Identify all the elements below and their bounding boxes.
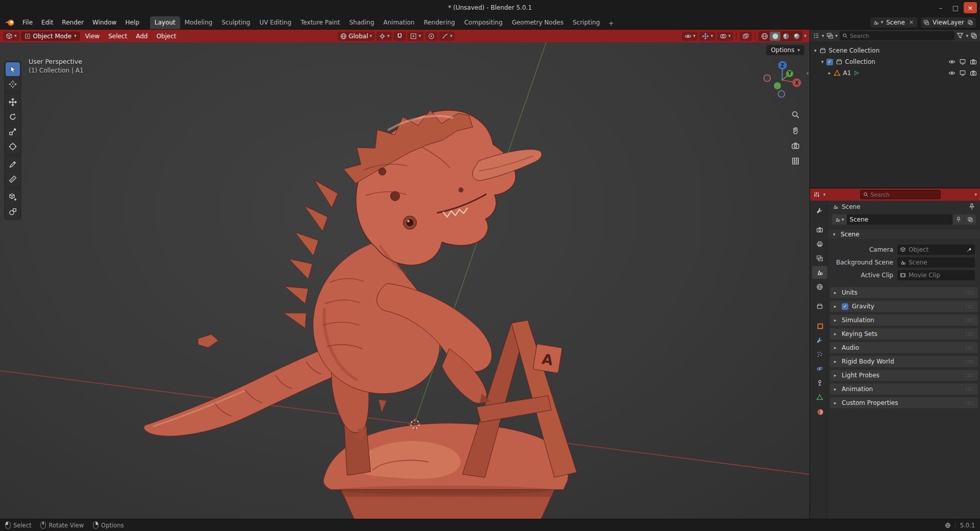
- navigation-gizmo[interactable]: Z Y X: [761, 57, 803, 100]
- maximize-button[interactable]: □: [949, 2, 962, 13]
- region-collapse-arrow[interactable]: ‹: [806, 69, 809, 77]
- tab-modeling[interactable]: Modeling: [180, 16, 217, 29]
- model-a1[interactable]: A: [144, 110, 577, 519]
- panel-drag-handle[interactable]: ∷∷: [966, 317, 974, 324]
- tab-uv-editing[interactable]: UV Editing: [255, 16, 296, 29]
- rotate-tool[interactable]: [6, 110, 20, 124]
- tab-constraints[interactable]: [812, 376, 827, 389]
- tab-animation[interactable]: Animation: [379, 16, 419, 29]
- eye-icon[interactable]: [948, 69, 955, 77]
- menu-help[interactable]: Help: [121, 17, 143, 28]
- tab-render[interactable]: [812, 223, 827, 236]
- xray-toggle[interactable]: [740, 32, 752, 41]
- transform-tool[interactable]: [6, 139, 20, 153]
- panel-animation[interactable]: ▸ Animation ∷∷: [829, 383, 978, 395]
- annotate-tool[interactable]: [6, 157, 20, 171]
- viewport-3d[interactable]: A: [0, 42, 810, 519]
- active-clip-field[interactable]: Movie Clip: [897, 270, 975, 280]
- chevron-down-icon[interactable]: ▾: [822, 34, 824, 38]
- expand-icon[interactable]: ▸: [828, 71, 831, 76]
- outliner-search[interactable]: [840, 31, 954, 40]
- gizmo-x-negative[interactable]: [764, 75, 771, 82]
- tab-geometry-nodes[interactable]: Geometry Nodes: [507, 16, 568, 29]
- proportional-edit-toggle[interactable]: [425, 32, 437, 41]
- menu-render[interactable]: Render: [58, 17, 88, 28]
- scene-selector[interactable]: ▾ Scene ×: [870, 17, 917, 28]
- editor-type-button[interactable]: ▾: [3, 32, 19, 41]
- proportional-falloff-dropdown[interactable]: ▾: [439, 32, 455, 41]
- outliner-row-a1[interactable]: ▸ A1: [810, 67, 980, 79]
- menu-view[interactable]: View: [82, 32, 103, 41]
- chevron-down-icon[interactable]: ▾: [836, 34, 838, 38]
- shading-wireframe-button[interactable]: [759, 32, 770, 41]
- panel-drag-handle[interactable]: ∷∷: [966, 400, 974, 406]
- outliner-row-collection[interactable]: ▾ ✓ Collection: [810, 56, 980, 67]
- monitor-icon[interactable]: [959, 58, 966, 65]
- scene-name-input[interactable]: [847, 214, 952, 225]
- properties-options-chevron[interactable]: ▾: [974, 192, 977, 197]
- tab-view-layer[interactable]: [812, 252, 827, 264]
- move-tool[interactable]: [6, 95, 20, 109]
- filter-funnel-icon[interactable]: [957, 32, 964, 39]
- snap-toggle[interactable]: [394, 32, 406, 41]
- outliner-editor-icon[interactable]: [813, 32, 820, 39]
- gravity-checkbox[interactable]: ✓: [842, 303, 848, 310]
- tab-texture-paint[interactable]: Texture Paint: [296, 16, 345, 29]
- gizmo-z-negative[interactable]: [778, 91, 785, 98]
- camera-icon[interactable]: [970, 58, 977, 65]
- tab-modifiers[interactable]: [812, 333, 827, 346]
- expand-icon[interactable]: ▾: [821, 60, 824, 64]
- menu-window[interactable]: Window: [88, 17, 120, 28]
- tab-object-data[interactable]: [812, 391, 827, 403]
- pin-icon[interactable]: [968, 203, 975, 210]
- outliner-row-scene-collection[interactable]: ▾ Scene Collection: [810, 45, 980, 56]
- scene-section-header[interactable]: ▾ Scene: [828, 229, 980, 240]
- panel-drag-handle[interactable]: ∷∷: [966, 386, 974, 393]
- ortho-toggle-button[interactable]: [789, 154, 802, 167]
- browse-scene-button[interactable]: ▾: [832, 214, 847, 225]
- options-button[interactable]: Options ▾: [766, 45, 804, 55]
- tab-physics[interactable]: [812, 362, 827, 375]
- panel-simulation[interactable]: ▸ Simulation ∷∷: [829, 314, 978, 326]
- gizmo-y-negative[interactable]: [774, 82, 781, 89]
- eyedropper-icon[interactable]: [966, 247, 972, 253]
- shading-dropdown-chevron[interactable]: ▾: [804, 34, 806, 38]
- tab-compositing[interactable]: Compositing: [459, 16, 507, 29]
- pin-id-button[interactable]: [952, 214, 964, 225]
- viewport-canvas[interactable]: A: [0, 42, 810, 519]
- add-cube-tool[interactable]: [6, 190, 20, 204]
- menu-edit[interactable]: Edit: [37, 17, 57, 28]
- panel-units[interactable]: ▸ Units ∷∷: [829, 286, 978, 299]
- cursor-tool[interactable]: [6, 77, 20, 91]
- network-globe-icon[interactable]: [945, 522, 951, 528]
- panel-drag-handle[interactable]: ∷∷: [966, 331, 974, 337]
- camera-view-button[interactable]: [789, 139, 802, 152]
- menu-file[interactable]: File: [18, 17, 37, 28]
- panel-drag-handle[interactable]: ∷∷: [966, 289, 974, 296]
- tab-shading[interactable]: Shading: [345, 16, 379, 29]
- shading-material-button[interactable]: [780, 32, 791, 41]
- eye-icon[interactable]: [948, 58, 955, 65]
- display-mode-icon[interactable]: [826, 32, 834, 39]
- monitor-icon[interactable]: [959, 69, 966, 77]
- menu-select[interactable]: Select: [105, 32, 131, 41]
- add-workspace-button[interactable]: +: [604, 18, 618, 29]
- new-scene-button[interactable]: [964, 214, 976, 225]
- tab-sculpting[interactable]: Sculpting: [217, 16, 255, 29]
- tab-output[interactable]: [812, 237, 827, 250]
- pan-button[interactable]: [789, 124, 802, 137]
- transform-orientation-dropdown[interactable]: Global ▾: [337, 32, 375, 41]
- zoom-button[interactable]: [789, 108, 802, 121]
- panel-drag-handle[interactable]: ∷∷: [966, 345, 974, 351]
- panel-gravity[interactable]: ▸ ✓ Gravity ∷∷: [829, 300, 978, 312]
- gizmos-dropdown[interactable]: ▾: [699, 32, 716, 41]
- panel-drag-handle[interactable]: ∷∷: [966, 372, 974, 379]
- close-button[interactable]: ×: [964, 2, 977, 13]
- camera-icon[interactable]: [970, 69, 977, 77]
- panel-custom-properties[interactable]: ▸ Custom Properties ∷∷: [829, 397, 978, 409]
- tab-object[interactable]: [812, 319, 827, 332]
- tab-tool[interactable]: [812, 204, 827, 216]
- tab-scripting[interactable]: Scripting: [568, 16, 604, 29]
- camera-field[interactable]: Object: [897, 245, 975, 255]
- panel-drag-handle[interactable]: ∷∷: [966, 303, 974, 310]
